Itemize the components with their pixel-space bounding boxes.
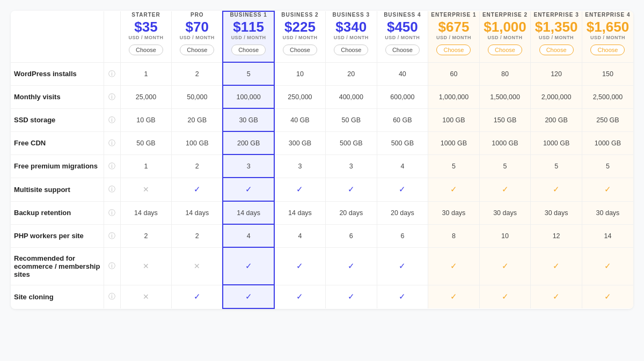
plan-header-enterprise3: ENTERPRISE 3 $1,350 USD / MONTH Choose (531, 11, 582, 62)
feature-value-2-2: 30 GB (223, 108, 274, 131)
feature-row-5: Multisite supportⓘ✕✓✓✓✓✓✓✓✓✓ (11, 178, 633, 201)
feature-info-icon-9[interactable]: ⓘ (104, 285, 120, 308)
feature-value-6-5: 20 days (377, 201, 428, 224)
choose-button-business2[interactable]: Choose (283, 45, 317, 55)
feature-value-7-0: 2 (120, 224, 172, 247)
feature-value-5-8: ✓ (531, 178, 582, 201)
feature-label-7: PHP workers per site (11, 224, 104, 247)
feature-value-8-8: ✓ (531, 247, 582, 285)
feature-value-8-1: ✕ (172, 247, 223, 285)
feature-info-icon-2[interactable]: ⓘ (104, 108, 120, 131)
feature-row-2: SSD storageⓘ10 GB20 GB30 GB40 GB50 GB60 … (11, 108, 633, 131)
plan-name-business4: BUSINESS 4 (377, 12, 428, 18)
choose-button-enterprise1[interactable]: Choose (436, 45, 471, 55)
feature-label-0: WordPress installs (11, 62, 104, 85)
feature-value-5-1: ✓ (172, 178, 223, 201)
feature-value-7-6: 8 (428, 224, 480, 247)
feature-value-6-4: 20 days (326, 201, 377, 224)
feature-value-6-1: 14 days (172, 201, 223, 224)
feature-value-2-4: 50 GB (326, 108, 377, 131)
feature-value-3-1: 100 GB (172, 131, 223, 154)
plan-header-pro: PRO $70 USD / MONTH Choose (172, 11, 223, 62)
choose-button-pro[interactable]: Choose (180, 45, 214, 55)
feature-value-0-4: 20 (326, 62, 377, 85)
feature-value-9-2: ✓ (223, 285, 274, 308)
feature-value-8-7: ✓ (479, 247, 531, 285)
feature-value-8-3: ✓ (274, 247, 326, 285)
choose-button-enterprise3[interactable]: Choose (539, 45, 574, 55)
feature-value-7-3: 4 (274, 224, 326, 247)
feature-value-0-9: 150 (582, 62, 633, 85)
feature-row-4: Free premium migrationsⓘ1233345555 (11, 154, 633, 178)
plan-period-enterprise3: USD / MONTH (531, 35, 582, 40)
feature-value-9-0: ✕ (120, 285, 172, 308)
plan-name-business1: BUSINESS 1 (223, 12, 274, 18)
choose-button-business3[interactable]: Choose (334, 45, 368, 55)
feature-value-7-2: 4 (223, 224, 274, 247)
plan-header-starter: STARTER $35 USD / MONTH Choose (120, 11, 172, 62)
feature-value-6-6: 30 days (428, 201, 480, 224)
info-column-header (104, 11, 120, 62)
choose-button-business1[interactable]: Choose (231, 45, 266, 55)
feature-label-9: Site cloning (11, 285, 104, 308)
feature-value-8-0: ✕ (120, 247, 172, 285)
feature-value-4-5: 4 (377, 154, 428, 178)
feature-value-1-4: 400,000 (326, 85, 377, 108)
feature-value-8-6: ✓ (428, 247, 480, 285)
feature-value-4-0: 1 (120, 154, 172, 178)
feature-value-7-9: 14 (582, 224, 633, 247)
plan-name-enterprise1: ENTERPRISE 1 (428, 12, 479, 18)
feature-value-5-7: ✓ (479, 178, 531, 201)
feature-value-2-1: 20 GB (172, 108, 223, 131)
feature-value-6-3: 14 days (274, 201, 326, 224)
plan-price-pro: $70 (172, 20, 222, 34)
feature-value-8-5: ✓ (377, 247, 428, 285)
feature-value-3-3: 300 GB (274, 131, 326, 154)
feature-value-5-6: ✓ (428, 178, 480, 201)
feature-value-5-3: ✓ (274, 178, 326, 201)
feature-row-7: PHP workers per siteⓘ2244668101214 (11, 224, 633, 247)
plan-header-business2: BUSINESS 2 $225 USD / MONTH Choose (274, 11, 326, 62)
feature-value-3-6: 1000 GB (428, 131, 480, 154)
feature-value-7-8: 12 (531, 224, 582, 247)
feature-info-icon-1[interactable]: ⓘ (104, 85, 120, 108)
plan-period-business1: USD / MONTH (223, 35, 274, 40)
feature-value-3-8: 1000 GB (531, 131, 582, 154)
choose-button-enterprise4[interactable]: Choose (590, 45, 625, 55)
plan-name-enterprise4: ENTERPRISE 4 (582, 12, 633, 18)
feature-info-icon-8[interactable]: ⓘ (104, 247, 120, 285)
feature-value-2-9: 250 GB (582, 108, 633, 131)
feature-label-3: Free CDN (11, 131, 104, 154)
choose-button-enterprise2[interactable]: Choose (488, 45, 522, 55)
feature-info-icon-3[interactable]: ⓘ (104, 131, 120, 154)
feature-value-6-9: 30 days (582, 201, 633, 224)
feature-value-5-4: ✓ (326, 178, 377, 201)
feature-info-icon-0[interactable]: ⓘ (104, 62, 120, 85)
feature-value-6-8: 30 days (531, 201, 582, 224)
feature-info-icon-7[interactable]: ⓘ (104, 224, 120, 247)
plan-period-enterprise1: USD / MONTH (428, 35, 479, 40)
feature-row-0: WordPress installsⓘ1251020406080120150 (11, 62, 633, 85)
feature-value-7-7: 10 (479, 224, 531, 247)
feature-value-0-0: 1 (120, 62, 172, 85)
plan-header-enterprise4: ENTERPRISE 4 $1,650 USD / MONTH Choose (582, 11, 633, 62)
feature-label-8: Recommended for ecommerce / membership s… (11, 247, 104, 285)
feature-value-0-2: 5 (223, 62, 274, 85)
feature-value-0-6: 60 (428, 62, 480, 85)
choose-button-business4[interactable]: Choose (385, 45, 420, 55)
feature-label-2: SSD storage (11, 108, 104, 131)
feature-value-4-3: 3 (274, 154, 326, 178)
feature-value-4-6: 5 (428, 154, 480, 178)
feature-value-2-8: 200 GB (531, 108, 582, 131)
feature-info-icon-6[interactable]: ⓘ (104, 201, 120, 224)
feature-info-icon-4[interactable]: ⓘ (104, 154, 120, 178)
plan-header-business3: BUSINESS 3 $340 USD / MONTH Choose (326, 11, 377, 62)
feature-info-icon-5[interactable]: ⓘ (104, 178, 120, 201)
plan-header-business4: BUSINESS 4 $450 USD / MONTH Choose (377, 11, 428, 62)
feature-value-2-6: 100 GB (428, 108, 480, 131)
feature-value-9-5: ✓ (377, 285, 428, 308)
feature-value-3-0: 50 GB (120, 131, 172, 154)
choose-button-starter[interactable]: Choose (129, 45, 163, 55)
feature-value-7-4: 6 (326, 224, 377, 247)
plan-period-business4: USD / MONTH (377, 35, 428, 40)
